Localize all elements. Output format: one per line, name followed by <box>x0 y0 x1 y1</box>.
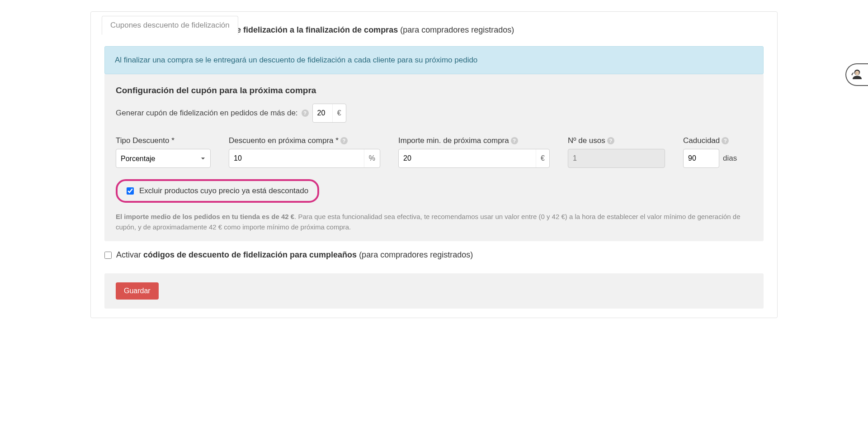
config-title: Configuración del cupón para la próxima … <box>116 86 752 95</box>
caducidad-label: Caducidad ? <box>683 136 737 145</box>
svg-point-4 <box>852 74 853 76</box>
importe-min-label: Importe min. de próxima compra ? <box>398 136 550 145</box>
descuento-proxima-unit: % <box>364 149 380 167</box>
footer-actions: Guardar <box>104 273 764 309</box>
config-hint-text: El importe medio de los pedidos en tu ti… <box>116 212 752 232</box>
generate-threshold-row: Generar cupón de fidelización en pedidos… <box>116 104 752 123</box>
num-usos-input-group <box>568 149 665 168</box>
descuento-proxima-input-group: % <box>229 149 380 168</box>
exclude-discounted-label[interactable]: Excluir productos cuyo precio ya está de… <box>139 186 308 195</box>
caducidad-unit: dias <box>723 154 737 163</box>
generate-threshold-input[interactable] <box>313 105 332 121</box>
config-fields-row: Tipo Descuento * Porcentaje Descuento en… <box>116 136 752 168</box>
activate-birthday-label[interactable]: Activar códigos de descuento de fideliza… <box>116 250 473 260</box>
generate-threshold-input-group: € <box>312 104 346 123</box>
field-caducidad: Caducidad ? dias <box>683 136 737 168</box>
panel-tab-title: Cupones descuento de fidelización <box>102 16 238 35</box>
tipo-descuento-label: Tipo Descuento * <box>116 136 211 145</box>
help-icon[interactable]: ? <box>340 137 348 144</box>
field-tipo-descuento: Tipo Descuento * Porcentaje <box>116 136 211 168</box>
field-descuento-proxima: Descuento en próxima compra * ? % <box>229 136 380 168</box>
num-usos-label: Nº de usos ? <box>568 136 665 145</box>
importe-min-unit: € <box>536 149 549 167</box>
help-icon[interactable]: ? <box>511 137 518 144</box>
generate-threshold-label: Generar cupón de fidelización en pedidos… <box>116 109 298 118</box>
field-num-usos: Nº de usos ? <box>568 136 665 168</box>
tipo-descuento-select[interactable]: Porcentaje <box>116 149 211 168</box>
svg-point-1 <box>855 71 859 76</box>
exclude-discounted-highlight: Excluir productos cuyo precio ya está de… <box>116 179 319 203</box>
svg-point-3 <box>858 72 859 73</box>
help-icon[interactable]: ? <box>302 110 309 117</box>
svg-point-2 <box>856 72 857 73</box>
support-agent-icon <box>850 68 864 81</box>
importe-min-input-group: € <box>398 149 550 168</box>
activate-birthday-checkbox[interactable] <box>104 252 112 259</box>
save-button[interactable]: Guardar <box>116 282 159 300</box>
info-banner: Al finalizar una compra se le entregará … <box>104 46 764 74</box>
loyalty-coupons-panel: Activar códigos de descuento de fideliza… <box>90 11 778 318</box>
caducidad-input[interactable] <box>684 151 719 166</box>
field-importe-min: Importe min. de próxima compra ? € <box>398 136 550 168</box>
importe-min-input[interactable] <box>399 151 536 166</box>
caducidad-input-group <box>683 149 719 168</box>
exclude-discounted-checkbox[interactable] <box>127 187 134 195</box>
descuento-proxima-input[interactable] <box>229 151 364 166</box>
support-badge[interactable] <box>845 63 868 86</box>
descuento-proxima-label: Descuento en próxima compra * ? <box>229 136 380 145</box>
coupon-config-section: Configuración del cupón para la próxima … <box>104 74 764 241</box>
generate-threshold-unit: € <box>332 104 346 122</box>
num-usos-input <box>568 151 665 166</box>
activate-birthday-row: Activar códigos de descuento de fideliza… <box>104 250 764 260</box>
help-icon[interactable]: ? <box>722 137 729 144</box>
help-icon[interactable]: ? <box>607 137 614 144</box>
